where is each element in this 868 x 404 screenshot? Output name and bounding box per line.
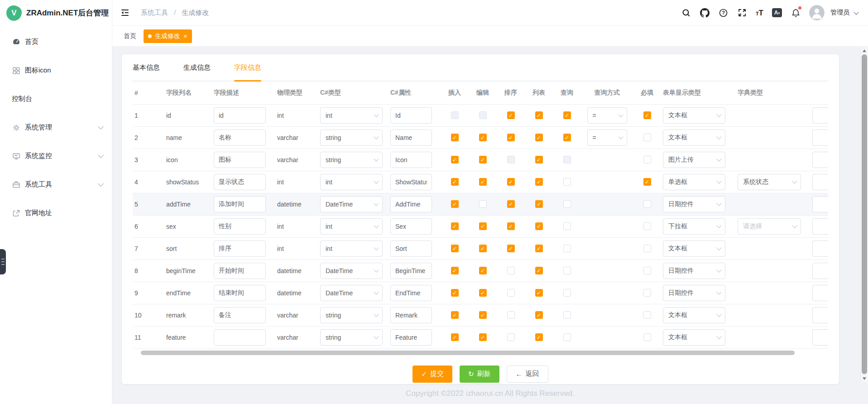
list-checkbox[interactable]: ✓ xyxy=(535,134,543,141)
submit-button[interactable]: ✓ 提交 xyxy=(412,366,452,383)
breadcrumb-parent[interactable]: 系统工具 xyxy=(141,9,168,16)
field-desc-input[interactable] xyxy=(214,218,266,235)
chevron-down-icon[interactable] xyxy=(854,10,858,14)
list-checkbox[interactable]: ✓ xyxy=(535,156,543,164)
sort-checkbox[interactable]: ✓ xyxy=(507,200,515,208)
field-desc-input[interactable] xyxy=(214,240,266,257)
scroll-up-arrow-icon[interactable] xyxy=(863,49,866,52)
edit-checkbox[interactable]: ✓ xyxy=(479,156,487,164)
insert-checkbox[interactable]: ✓ xyxy=(451,222,459,230)
sort-checkbox[interactable] xyxy=(507,289,515,297)
query-checkbox[interactable] xyxy=(563,245,571,252)
query-mode-select[interactable]: = xyxy=(587,107,627,124)
required-checkbox[interactable] xyxy=(643,245,651,252)
form-type-select[interactable]: 日期控件 xyxy=(663,196,725,212)
form-type-select[interactable]: 文本框 xyxy=(663,307,725,323)
csharp-attr-input[interactable] xyxy=(390,196,432,212)
scroll-down-arrow-icon[interactable] xyxy=(863,377,866,380)
tab-basic-info[interactable]: 基本信息 xyxy=(133,63,160,81)
sort-checkbox[interactable]: ✓ xyxy=(507,178,515,186)
tag-home[interactable]: 首页 xyxy=(124,32,136,40)
csharp-type-select[interactable]: DateTime xyxy=(320,196,383,212)
extra-input[interactable] xyxy=(812,218,828,235)
list-checkbox[interactable]: ✓ xyxy=(535,178,543,186)
close-icon[interactable]: × xyxy=(183,33,187,39)
sort-checkbox[interactable]: ✓ xyxy=(507,245,515,252)
csharp-attr-input[interactable] xyxy=(390,130,432,146)
list-checkbox[interactable]: ✓ xyxy=(535,222,543,230)
query-checkbox[interactable] xyxy=(563,222,571,230)
form-type-select[interactable]: 单选框 xyxy=(663,174,725,190)
insert-checkbox[interactable]: ✓ xyxy=(451,178,459,186)
csharp-type-select[interactable]: string xyxy=(320,329,383,346)
sort-checkbox[interactable]: ✓ xyxy=(507,111,515,119)
required-checkbox[interactable] xyxy=(643,222,651,230)
csharp-type-select[interactable]: DateTime xyxy=(320,263,383,279)
required-checkbox[interactable]: ✓ xyxy=(643,111,651,119)
settings-drawer-handle[interactable] xyxy=(0,249,6,274)
fullscreen-icon[interactable] xyxy=(737,8,747,18)
horizontal-scrollbar[interactable] xyxy=(133,350,828,356)
horizontal-scrollbar-thumb[interactable] xyxy=(141,351,795,355)
csharp-attr-input[interactable] xyxy=(390,240,432,257)
required-checkbox[interactable]: ✓ xyxy=(643,178,651,186)
query-checkbox[interactable]: ✓ xyxy=(563,111,571,119)
query-checkbox[interactable] xyxy=(563,311,571,319)
form-type-select[interactable]: 文本框 xyxy=(663,240,725,257)
insert-checkbox[interactable]: ✓ xyxy=(451,333,459,341)
edit-checkbox[interactable]: ✓ xyxy=(479,267,487,274)
form-type-select[interactable]: 文本框 xyxy=(663,107,725,124)
username[interactable]: 管理员 xyxy=(830,9,849,17)
sort-checkbox[interactable] xyxy=(507,267,515,274)
back-button[interactable]: ← 返回 xyxy=(507,366,548,383)
query-checkbox[interactable] xyxy=(563,178,571,186)
insert-checkbox[interactable]: ✓ xyxy=(451,200,459,208)
query-checkbox[interactable] xyxy=(563,333,571,341)
extra-input[interactable] xyxy=(812,130,828,146)
vertical-scrollbar-thumb[interactable] xyxy=(862,54,867,374)
refresh-button[interactable]: ↻ 刷新 xyxy=(460,366,499,383)
sort-checkbox[interactable]: ✓ xyxy=(507,134,515,141)
insert-checkbox[interactable]: ✓ xyxy=(451,156,459,164)
insert-checkbox[interactable]: ✓ xyxy=(451,134,459,141)
csharp-type-select[interactable]: string xyxy=(320,130,383,146)
csharp-type-select[interactable]: int xyxy=(320,174,383,190)
dict-type-select[interactable]: 系统状态 xyxy=(738,174,801,190)
csharp-attr-input[interactable] xyxy=(390,218,432,235)
required-checkbox[interactable] xyxy=(643,200,651,208)
dict-type-select[interactable]: 请选择 xyxy=(738,218,801,235)
sidebar-item-system-monitor[interactable]: 系统监控 xyxy=(0,142,112,170)
query-checkbox[interactable]: ✓ xyxy=(563,134,571,141)
csharp-attr-input[interactable] xyxy=(390,174,432,190)
edit-checkbox[interactable]: ✓ xyxy=(479,134,487,141)
required-checkbox[interactable] xyxy=(643,267,651,274)
sort-checkbox[interactable]: ✓ xyxy=(507,222,515,230)
edit-checkbox[interactable] xyxy=(479,111,487,119)
extra-input[interactable] xyxy=(812,196,828,212)
insert-checkbox[interactable]: ✓ xyxy=(451,245,459,252)
field-desc-input[interactable] xyxy=(214,152,266,168)
insert-checkbox[interactable]: ✓ xyxy=(451,289,459,297)
required-checkbox[interactable] xyxy=(643,134,651,141)
vertical-scrollbar[interactable] xyxy=(860,47,868,382)
query-checkbox[interactable] xyxy=(563,156,571,164)
avatar[interactable] xyxy=(809,5,825,20)
list-checkbox[interactable]: ✓ xyxy=(535,333,543,341)
sort-checkbox[interactable] xyxy=(507,333,515,341)
field-desc-input[interactable] xyxy=(214,285,266,301)
github-icon[interactable] xyxy=(700,8,710,18)
sort-checkbox[interactable] xyxy=(507,311,515,319)
field-desc-input[interactable] xyxy=(214,263,266,279)
notifications-bell-icon[interactable] xyxy=(791,8,801,18)
extra-input[interactable] xyxy=(812,240,828,257)
sidebar-item-console[interactable]: 控制台 xyxy=(0,85,112,113)
edit-checkbox[interactable] xyxy=(479,200,487,208)
form-type-select[interactable]: 下拉框 xyxy=(663,218,725,235)
edit-checkbox[interactable]: ✓ xyxy=(479,311,487,319)
csharp-attr-input[interactable] xyxy=(390,263,432,279)
csharp-type-select[interactable]: int xyxy=(320,107,383,124)
csharp-attr-input[interactable] xyxy=(390,307,432,323)
tab-gen-info[interactable]: 生成信息 xyxy=(183,63,211,81)
field-desc-input[interactable] xyxy=(214,307,266,323)
required-checkbox[interactable] xyxy=(643,311,651,319)
